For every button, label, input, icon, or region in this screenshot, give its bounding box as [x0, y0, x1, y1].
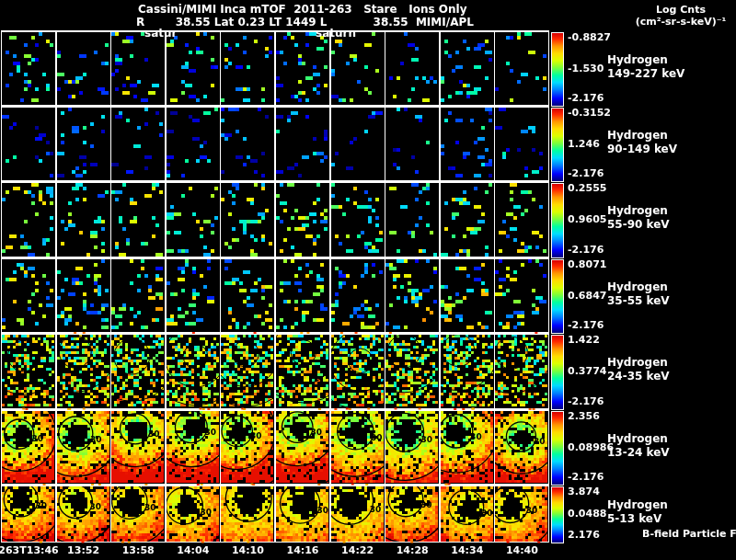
time-axis-label: 14:34: [451, 544, 483, 556]
row-energy-label: Hydrogen55-90 keV: [607, 204, 670, 232]
colorbar-units-label: Log Cnts (cm²-sr-s-keV)⁻¹: [626, 4, 736, 28]
colorbar-min-label: 2.176: [568, 529, 600, 541]
row-energy-label: Hydrogen13-24 keV: [607, 432, 670, 460]
species-name: Hydrogen: [607, 498, 668, 512]
time-axis-label: 14:22: [341, 544, 374, 556]
colorbar: [551, 335, 564, 410]
time-axis-label: 14:10: [232, 544, 264, 556]
colorbar: [551, 32, 564, 107]
time-axis-label: 14:40: [506, 544, 538, 556]
planet-label-saturn: saturn: [316, 27, 356, 40]
colorbar-min-label: -2.176: [568, 167, 604, 179]
colorbar-max-label: 1.422: [568, 334, 600, 346]
time-axis-label: 263T13:46: [0, 544, 59, 556]
energy-band: 5-13 keV: [607, 512, 668, 526]
time-axis-label: 13:58: [122, 544, 155, 556]
species-name: Hydrogen: [607, 53, 684, 67]
energy-band: 13-24 keV: [607, 446, 670, 460]
colorbar-min-label: -2.176: [568, 319, 604, 331]
inca-stare-display: Cassini/MIMI Inca mTOF 2011-263 Stare Io…: [0, 0, 736, 560]
time-axis-label: 13:52: [67, 544, 99, 556]
energy-band: 55-90 keV: [607, 218, 670, 232]
colorbar-mid-label: 1.246: [568, 138, 600, 150]
colorbar-max-label: 0.8071: [568, 258, 606, 270]
colorbar: [551, 108, 564, 182]
colorbar-mid-label: -1.530: [568, 63, 604, 74]
row-energy-label: Hydrogen90-149 keV: [607, 129, 677, 156]
colorbar: [551, 486, 564, 543]
page-title: Cassini/MIMI Inca mTOF 2011-263 Stare Io…: [138, 3, 466, 16]
time-axis-label: 14:28: [397, 544, 429, 556]
colorbar-max-label: 0.2555: [568, 182, 606, 194]
planet-label-satur: satur: [144, 27, 177, 40]
species-name: Hydrogen: [607, 204, 670, 218]
colorbar-mid-label: 0.9605: [568, 213, 606, 225]
colorbar-max-label: 3.874: [568, 486, 600, 497]
colorbar-min-label: -2.176: [568, 244, 604, 256]
colorbar-min-label: -2.176: [568, 471, 604, 483]
colorbar-max-label: -0.8827: [568, 31, 611, 43]
colorbar-mid-label: 0.0488: [568, 508, 606, 520]
log-cnts-label: Log Cnts: [626, 4, 736, 16]
row-energy-label: Hydrogen149-227 keV: [607, 53, 684, 81]
species-name: Hydrogen: [607, 356, 670, 370]
energy-band: 90-149 keV: [607, 143, 677, 156]
energy-band: 149-227 keV: [607, 67, 684, 81]
colorbar-min-label: -2.176: [568, 92, 604, 104]
row-energy-label: Hydrogen24-35 keV: [607, 356, 670, 383]
species-name: Hydrogen: [607, 280, 670, 294]
ephemeris-line: R 38.55 Lat 0.23 LT 1449 L 38.55 MIMI/AP…: [136, 16, 474, 29]
colorbar-max-label: 2.356: [568, 410, 600, 422]
colorbar: [551, 259, 564, 334]
units-label: (cm²-sr-s-keV)⁻¹: [626, 16, 736, 28]
colorbar-mid-label: 0.3774: [568, 365, 606, 377]
colorbar-max-label: -0.3152: [568, 107, 611, 119]
colorbar-min-label: -2.176: [568, 395, 604, 407]
species-name: Hydrogen: [607, 129, 677, 143]
time-axis-label: 14:04: [177, 544, 209, 556]
species-name: Hydrogen: [607, 432, 670, 446]
row-energy-label: Hydrogen35-55 keV: [607, 280, 670, 308]
bfield-particle-flow-note: B-field Particle Flow: [642, 528, 736, 540]
row-energy-label: Hydrogen5-13 keV: [607, 498, 668, 526]
colorbar-mid-label: 0.6847: [568, 290, 606, 302]
energy-band: 24-35 keV: [607, 370, 670, 383]
colorbar: [551, 183, 564, 258]
colorbar: [551, 411, 564, 486]
time-axis-label: 14:16: [286, 544, 318, 556]
energy-band: 35-55 keV: [607, 294, 670, 308]
